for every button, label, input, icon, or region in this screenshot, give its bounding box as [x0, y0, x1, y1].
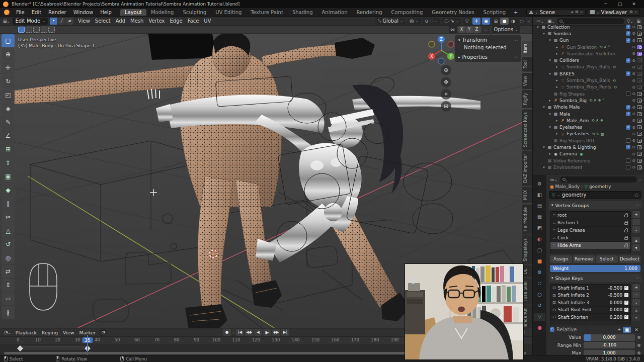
timeline-editor-icon[interactable]: ◔⌄ [3, 330, 12, 335]
eye-icon[interactable]: ⊙ [632, 38, 635, 43]
outliner-row[interactable]: ▾ Whole Male ⊙ [533, 104, 644, 111]
eye-icon[interactable]: ⊙ [632, 31, 635, 36]
timeline-menu[interactable]: Playback [13, 330, 39, 335]
visibility-filter-icon[interactable]: ▽ [463, 18, 471, 25]
selectability-checkbox[interactable] [626, 105, 630, 110]
tool-button[interactable]: ⇕ [2, 279, 15, 292]
range-max-field[interactable]: 1.000 [584, 350, 635, 355]
lock-icon[interactable] [624, 222, 628, 225]
outliner-row[interactable]: ▾ Sombra ⊙ [533, 30, 644, 37]
render-visibility-icon[interactable] [637, 72, 642, 76]
outliner-row[interactable]: ▾ Environment ⊙ [533, 164, 644, 170]
selectability-checkbox[interactable] [626, 92, 630, 96]
outliner-row[interactable]: Rig Shapes.001 ⊙ [533, 137, 644, 144]
selectability-checkbox[interactable] [626, 138, 630, 143]
sidebar-tab[interactable]: UE [522, 265, 532, 278]
selectability-checkbox[interactable] [626, 31, 630, 36]
eye-icon[interactable]: ⊙ [632, 65, 635, 69]
move-group-down-button[interactable]: ▼ [632, 244, 640, 251]
snap-dropdown[interactable]: ∪ ∷ ⌄ [423, 18, 441, 25]
eye-icon[interactable]: ⊙ [632, 25, 635, 29]
selectability-checkbox[interactable] [626, 145, 630, 149]
pivot-point-dropdown[interactable]: ◎ ⌄ [407, 18, 421, 25]
outliner-row[interactable]: ▸ Sombra_Phys_Penis ⟲ ⊙ [533, 84, 644, 90]
current-frame-indicator[interactable]: 35 [82, 337, 93, 343]
vertex-group-action-button[interactable]: Select [596, 255, 618, 263]
navigation-gizmo[interactable]: Z X Y [426, 35, 457, 66]
outliner-row[interactable]: Rig Shapes ⊙ [533, 90, 644, 97]
properties-tab[interactable]: ↺ [534, 302, 545, 310]
mode-dropdown[interactable]: Edit Mode ⌄ [13, 18, 48, 25]
viewport-menu[interactable]: View [75, 18, 93, 24]
outliner-display-mode-icon[interactable]: ≔⌄ [535, 19, 545, 24]
vertex-group-row[interactable]: ∷ Cock [550, 234, 630, 242]
shape-key-mute-checkbox[interactable] [624, 293, 628, 297]
vertex-group-specials-button[interactable]: ⌄ [632, 226, 640, 233]
tool-button[interactable]: ◎ [2, 251, 15, 264]
selectability-checkbox[interactable] [626, 38, 630, 43]
list-resize-grip[interactable]: ∷ [550, 321, 630, 325]
expander-icon[interactable]: ▾ [542, 32, 546, 36]
render-visibility-icon[interactable] [637, 105, 642, 109]
new-viewlayer-icon[interactable]: ⧉ [630, 10, 633, 15]
select-box-variant-icon[interactable] [26, 27, 32, 33]
grip-icon[interactable]: ∷ [515, 55, 518, 59]
transform-orientation-dropdown[interactable]: ⤡ Global ⌄ [375, 18, 406, 25]
zoom-icon[interactable]: ⊕ [441, 65, 451, 75]
properties-tab[interactable]: ▢ [534, 246, 545, 254]
render-visibility-icon[interactable] [637, 85, 642, 89]
outliner-row[interactable]: ▾ BAKES ⊙ [533, 70, 644, 77]
properties-tab[interactable]: ∷ [534, 280, 545, 288]
shape-key-value[interactable]: 0.000 [610, 307, 622, 312]
expander-icon[interactable]: ▾ [548, 38, 552, 42]
vertex-group-row[interactable]: ∷ Hide Arms [550, 242, 630, 249]
delete-scene-icon[interactable]: ✕ [580, 10, 583, 15]
orthographic-toggle-icon[interactable]: ⊞ [441, 101, 451, 112]
workspace-tab[interactable]: Animation [317, 9, 352, 16]
eye-icon[interactable]: ⊙ [632, 118, 635, 123]
render-visibility-icon[interactable] [637, 32, 642, 36]
move-key-up-button[interactable]: ▲ [632, 307, 640, 313]
properties-tab[interactable]: ▦ [534, 213, 545, 221]
workspace-tab[interactable]: Sculpting [178, 9, 211, 16]
expander-icon[interactable]: ▸ [555, 132, 559, 136]
animate-dot-icon[interactable] [637, 336, 640, 339]
sidebar-tab[interactable]: Shapekeys [522, 235, 532, 264]
vertex-group-row[interactable]: ∷ Legs Crease [550, 227, 630, 234]
expander-icon[interactable]: ▸ [555, 85, 559, 89]
eye-icon[interactable]: ⊙ [632, 158, 635, 163]
shape-key-value[interactable]: -0.500 [608, 293, 622, 298]
play-button[interactable]: ▶ [263, 329, 271, 336]
menubar-menu[interactable]: Render [45, 9, 70, 16]
tool-button[interactable]: ▢ [2, 34, 15, 47]
workspace-tab[interactable]: Geometry Nodes [427, 9, 478, 16]
show-only-shape-keys-icon[interactable]: ▣ [623, 327, 631, 333]
remove-shape-key-button[interactable]: − [632, 292, 640, 298]
expander-icon[interactable]: ▾ [542, 105, 546, 109]
record-button[interactable]: ● [223, 329, 231, 336]
workspace-tab[interactable]: UV Editing [211, 9, 246, 16]
render-visibility-icon[interactable] [637, 92, 642, 96]
tool-button[interactable]: ✂ [2, 211, 15, 224]
workspace-tab[interactable]: Shading [288, 9, 317, 16]
viewport-menu[interactable]: UV [201, 18, 213, 24]
workspace-tab[interactable]: Rendering [352, 9, 386, 16]
render-visibility-icon[interactable] [637, 125, 642, 129]
menubar-menu[interactable]: File [13, 9, 28, 16]
outliner-row[interactable]: ▾ Eyelashes ⊙ [533, 124, 644, 130]
expander-icon[interactable]: ▸ [555, 52, 559, 56]
clear-shape-keys-icon[interactable]: ✕ [632, 327, 640, 333]
expander-icon[interactable]: ▸ [555, 78, 559, 82]
properties-tab[interactable]: ⚙ [534, 180, 545, 188]
animate-dot-icon[interactable] [637, 351, 640, 354]
eye-icon[interactable]: ⊙ [632, 98, 635, 103]
properties-tab[interactable]: ● [534, 324, 545, 332]
render-visibility-icon[interactable] [637, 152, 642, 156]
expander-icon[interactable]: ▾ [548, 125, 552, 129]
proportional-editing[interactable]: ◌ ∿ ⌄ [442, 18, 461, 25]
fake-user-icon[interactable]: ◇ [634, 192, 638, 198]
show-overlays-icon[interactable]: ◉ [482, 18, 490, 25]
viewport-menu[interactable]: Vertex [146, 18, 167, 24]
shape-key-row[interactable]: ⊡ Shaft Inflate 1 -0.500 [550, 285, 630, 292]
mirror-icon[interactable]: ⋈ [449, 26, 457, 33]
